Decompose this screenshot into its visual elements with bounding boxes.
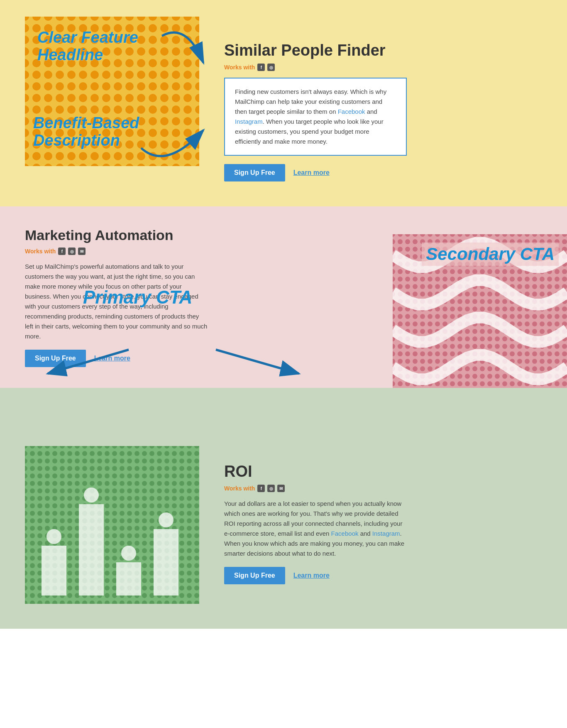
learnmore-button-section3[interactable]: Learn more <box>293 572 330 579</box>
signup-button-section1[interactable]: Sign Up Free <box>224 164 285 181</box>
works-with-label-section3: Works with <box>224 485 255 492</box>
works-with-section2: Works with f ◎ ✉ <box>25 248 368 255</box>
instagram-icon: ◎ <box>267 64 275 71</box>
feature-content-section1: Similar People Finder Works with f ◎ Fin… <box>224 17 542 181</box>
annotation-headline: Clear Feature Headline <box>37 29 199 64</box>
instagram-icon-s2: ◎ <box>68 248 76 255</box>
instagram-link-section1[interactable]: Instagram <box>235 118 263 125</box>
feature-image-yellow: Clear Feature Headline Benefit-Based Des… <box>25 17 199 166</box>
facebook-link-section3[interactable]: Facebook <box>331 530 359 537</box>
feature-description-box-section1: Finding new customers isn't always easy.… <box>224 78 407 156</box>
feature-text-section1: Finding new customers isn't always easy.… <box>235 87 396 147</box>
works-with-section1: Works with f ◎ <box>224 64 542 71</box>
feature-text-section2: Set up MailChimp's powerful automations … <box>25 262 208 341</box>
learnmore-button-section2[interactable]: Learn more <box>94 355 130 362</box>
cta-group-section3: Sign Up Free Learn more <box>224 567 542 584</box>
works-with-section3: Works with f ◎ ✉ <box>224 485 542 492</box>
works-with-label-section1: Works with <box>224 64 255 71</box>
signup-button-section2[interactable]: Sign Up Free <box>25 350 86 367</box>
feature-description-section2: Set up MailChimp's powerful automations … <box>25 262 208 341</box>
cta-group-section1: Sign Up Free Learn more <box>224 164 542 181</box>
annotation-secondary-cta: Secondary CTA <box>422 243 559 266</box>
section-gap <box>0 388 567 421</box>
left-content-section2: Marketing Automation Works with f ◎ ✉ Se… <box>0 206 393 388</box>
email-icon-s3: ✉ <box>277 485 285 492</box>
facebook-link-section1[interactable]: Facebook <box>338 108 365 115</box>
section-roi: ROI Works with f ◎ ✉ Your ad dollars are… <box>0 421 567 629</box>
facebook-icon-s2: f <box>58 248 66 255</box>
facebook-icon: f <box>257 64 265 71</box>
learnmore-button-section1[interactable]: Learn more <box>293 169 330 176</box>
cta-group-section2: Sign Up Free Learn more <box>25 350 368 367</box>
section-marketing-automation: Marketing Automation Works with f ◎ ✉ Se… <box>0 206 567 388</box>
annotation-benefit: Benefit-Based Description <box>33 115 199 150</box>
feature-image-green <box>25 446 199 604</box>
signup-button-section3[interactable]: Sign Up Free <box>224 567 285 584</box>
email-icon-s2: ✉ <box>78 248 86 255</box>
dotted-pattern-green <box>25 446 199 604</box>
feature-content-section3: ROI Works with f ◎ ✉ Your ad dollars are… <box>224 446 542 584</box>
facebook-icon-s3: f <box>257 485 265 492</box>
feature-title-section2: Marketing Automation <box>25 227 368 243</box>
section-similar-people: Clear Feature Headline Benefit-Based Des… <box>0 0 567 206</box>
feature-image-pink: Secondary CTA <box>393 234 567 388</box>
instagram-icon-s3: ◎ <box>267 485 275 492</box>
feature-title-section3: ROI <box>224 463 542 480</box>
feature-title-section1: Similar People Finder <box>224 42 542 59</box>
feature-text-section3: Your ad dollars are a lot easier to spen… <box>224 499 407 559</box>
instagram-link-section3[interactable]: Instagram <box>372 530 400 537</box>
feature-description-section3: Your ad dollars are a lot easier to spen… <box>224 499 407 559</box>
works-with-label-section2: Works with <box>25 248 56 255</box>
